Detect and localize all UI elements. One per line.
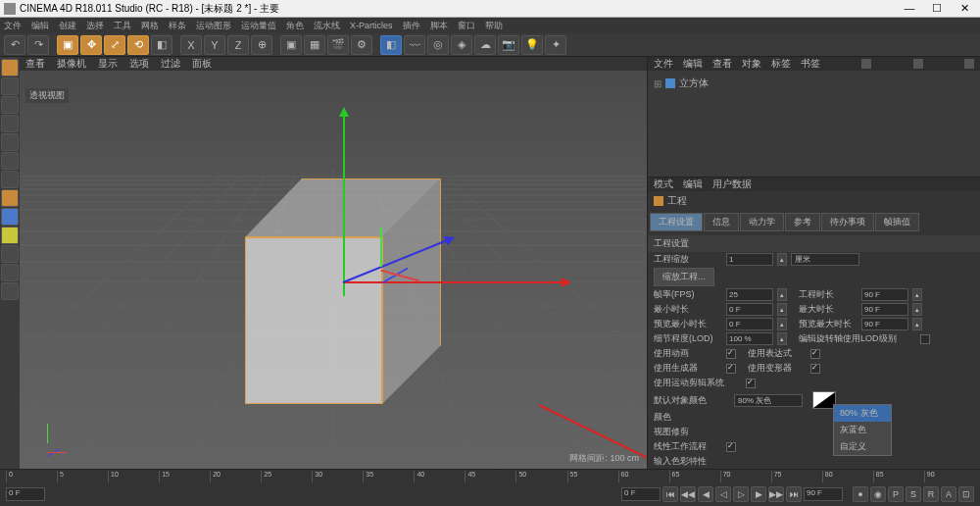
vis2-button[interactable]: [1, 264, 19, 281]
menu-window[interactable]: 窗口: [458, 20, 475, 32]
camera-button[interactable]: 📷: [498, 35, 519, 55]
menu-plugins[interactable]: 插件: [403, 20, 420, 32]
timeline-tick[interactable]: 25: [261, 471, 311, 482]
render-pv-button[interactable]: 🎬: [327, 35, 349, 55]
menu-mograph[interactable]: 运动图形: [196, 20, 231, 32]
next-key-button[interactable]: ▶▶: [768, 486, 784, 502]
record-key-button[interactable]: ●: [853, 486, 868, 502]
om-tags[interactable]: 标签: [771, 57, 791, 71]
key-s-button[interactable]: S: [906, 486, 921, 502]
lod2-checkbox[interactable]: [920, 334, 930, 344]
tab-project-settings[interactable]: 工程设置: [650, 213, 703, 231]
workplane-button[interactable]: [1, 115, 19, 132]
key-p-button[interactable]: P: [888, 486, 904, 502]
timeline-tick[interactable]: 90: [924, 471, 974, 482]
render-region-button[interactable]: ▦: [304, 35, 325, 55]
prev-frame-button[interactable]: ◀: [698, 486, 713, 502]
om-search-icon[interactable]: [861, 59, 871, 69]
fps-field[interactable]: 25: [726, 288, 773, 301]
vp-menu-panel[interactable]: 面板: [192, 57, 212, 71]
menu-xparticles[interactable]: X-Particles: [350, 21, 393, 30]
timeline-tick[interactable]: 80: [822, 471, 872, 482]
vp-menu-display[interactable]: 显示: [98, 57, 118, 71]
stepper-icon[interactable]: ▴: [777, 318, 787, 330]
timeline-tick[interactable]: 15: [159, 471, 209, 482]
environment-button[interactable]: ☁: [474, 35, 496, 55]
menu-select[interactable]: 选择: [86, 20, 104, 32]
undo-button[interactable]: ↶: [4, 35, 25, 55]
edge-mode-button[interactable]: [1, 152, 19, 170]
am-edit[interactable]: 编辑: [683, 177, 703, 191]
prev-key-button[interactable]: ◀◀: [680, 486, 696, 502]
om-bookmarks[interactable]: 书签: [801, 57, 820, 71]
rotate-tool[interactable]: ⟲: [127, 35, 149, 55]
render-view-button[interactable]: ▣: [280, 35, 302, 55]
timeline-tick[interactable]: 0: [6, 471, 56, 482]
key-r-button[interactable]: R: [923, 486, 939, 502]
vp-menu-view[interactable]: 查看: [25, 57, 45, 71]
timeline-tick[interactable]: 75: [771, 471, 821, 482]
tweak-mode-button[interactable]: [1, 208, 19, 226]
default-color-dropdown[interactable]: 80% 灰色: [734, 394, 803, 407]
goto-end-button[interactable]: ⏭: [786, 486, 802, 502]
menu-help[interactable]: 帮助: [485, 20, 503, 32]
timeline-tick[interactable]: 60: [618, 471, 668, 482]
snap-button[interactable]: [1, 227, 19, 244]
rotation-gizmo[interactable]: [380, 228, 429, 277]
timeline-tick[interactable]: 45: [465, 471, 514, 482]
scale-project-button[interactable]: 缩放工程...: [654, 268, 714, 286]
timeline-tick[interactable]: 65: [669, 471, 719, 482]
use-anim-checkbox[interactable]: [726, 349, 736, 359]
tab-refs[interactable]: 参考: [785, 213, 820, 231]
am-userdata[interactable]: 用户数据: [712, 177, 752, 191]
timeline-tick[interactable]: 20: [210, 471, 260, 482]
axis-mode-button[interactable]: [1, 189, 19, 207]
timeline-tick[interactable]: 30: [312, 471, 362, 482]
stepper-icon[interactable]: ▴: [912, 288, 922, 301]
axis-x-icon[interactable]: [343, 281, 568, 283]
polygon-mode-button[interactable]: [1, 171, 19, 188]
timeline-tick[interactable]: 10: [108, 471, 158, 482]
spline-primitive-button[interactable]: 〰: [404, 35, 425, 55]
timeline-start-field[interactable]: 0 F: [6, 487, 45, 501]
object-manager[interactable]: ⊞ 立方体: [648, 71, 980, 177]
stepper-icon[interactable]: ▴: [912, 303, 922, 316]
om-object[interactable]: 对象: [742, 57, 761, 71]
maxtime-field[interactable]: 90 F: [861, 303, 908, 316]
pmin-field[interactable]: 0 F: [726, 318, 773, 330]
om-layer-icon[interactable]: [964, 59, 974, 69]
vp-menu-camera[interactable]: 摄像机: [57, 57, 86, 71]
light-button[interactable]: 💡: [521, 35, 543, 55]
menu-script[interactable]: 脚本: [430, 20, 448, 32]
make-editable-button[interactable]: [1, 59, 19, 76]
coord-sys-button[interactable]: ⊕: [251, 35, 272, 55]
use-expr-checkbox[interactable]: [810, 349, 820, 359]
menu-tools[interactable]: 工具: [114, 20, 131, 32]
menu-pipeline[interactable]: 流水线: [314, 20, 340, 32]
tab-interp[interactable]: 帧插值: [875, 213, 919, 231]
minimize-button[interactable]: —: [898, 2, 921, 16]
mintime-field[interactable]: 0 F: [726, 303, 773, 316]
tab-todo[interactable]: 待办事项: [821, 213, 874, 231]
redo-button[interactable]: ↷: [27, 35, 49, 55]
stepper-icon[interactable]: ▴: [777, 303, 787, 316]
om-view[interactable]: 查看: [712, 57, 732, 71]
maximize-button[interactable]: ☐: [925, 2, 949, 16]
vis3-button[interactable]: [1, 282, 19, 300]
menu-spline[interactable]: 样条: [169, 20, 186, 32]
linear-workflow-checkbox[interactable]: [726, 442, 736, 452]
vp-menu-options[interactable]: 选项: [129, 57, 149, 71]
render-settings-button[interactable]: ⚙: [351, 35, 372, 55]
pmax-field[interactable]: 90 F: [861, 318, 908, 330]
timeline-tick[interactable]: 50: [515, 471, 565, 482]
use-mbs-checkbox[interactable]: [746, 379, 756, 388]
stepper-icon[interactable]: ▴: [912, 318, 922, 330]
xp-button[interactable]: ✦: [545, 35, 566, 55]
timeline-end-field[interactable]: 90 F: [804, 487, 843, 501]
scale-unit-dropdown[interactable]: 厘米: [791, 253, 859, 266]
scale-tool[interactable]: ⤢: [104, 35, 125, 55]
cube-primitive-button[interactable]: ◧: [380, 35, 402, 55]
menu-mesh[interactable]: 网格: [141, 20, 159, 32]
use-def-checkbox[interactable]: [810, 364, 820, 374]
close-button[interactable]: ✕: [953, 2, 976, 16]
